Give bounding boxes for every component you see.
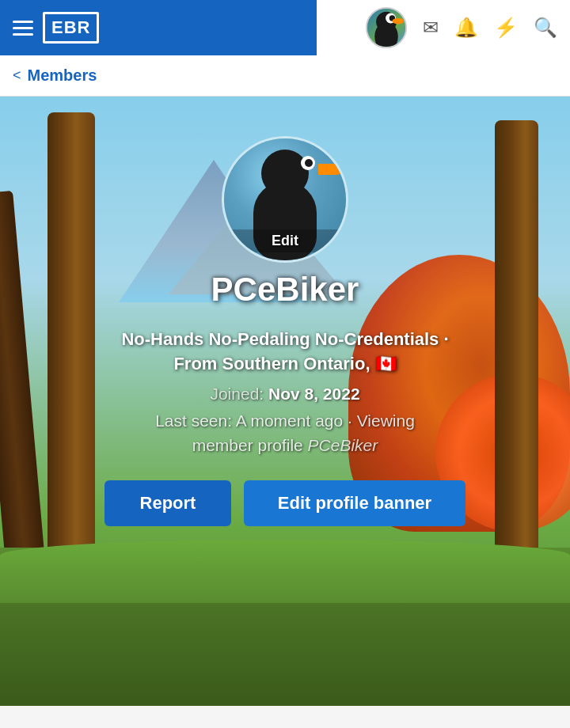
search-icon[interactable]: 🔍 (534, 17, 557, 39)
mail-icon[interactable]: ✉ (423, 17, 439, 39)
profile-username: PCeBiker (211, 271, 359, 309)
profile-banner: Edit PCeBiker No-Hands No-Pedaling No-Cr… (0, 97, 570, 706)
last-seen-label: Last seen: (155, 411, 232, 430)
profile-action-buttons: Report Edit profile banner (104, 480, 466, 526)
breadcrumb-label[interactable]: Members (28, 66, 97, 85)
profile-joined: Joined: Nov 8, 2022 (121, 385, 448, 404)
report-button[interactable]: Report (104, 480, 231, 526)
user-avatar-nav[interactable] (366, 7, 407, 48)
duck-beak (318, 164, 342, 175)
nav-left-section: EBR (13, 12, 99, 44)
ebr-logo[interactable]: EBR (43, 12, 99, 44)
joined-label: Joined: (210, 385, 264, 403)
duck-eye (301, 156, 315, 170)
hamburger-menu-icon[interactable] (13, 21, 33, 36)
tagline-text: No-Hands No-Pedaling No-Credentials · (121, 329, 448, 349)
nav-right-section: ✉ 🔔 ⚡ 🔍 (317, 0, 570, 55)
last-seen-detail: member profile (192, 436, 303, 454)
location-text: From Southern Ontario, 🇨🇦 (173, 354, 396, 373)
top-navigation: EBR ✉ 🔔 ⚡ 🔍 (0, 0, 570, 55)
duck-pupil (305, 159, 313, 167)
profile-info-section: No-Hands No-Pedaling No-Credentials · Fr… (89, 328, 480, 458)
duck-head (261, 150, 309, 197)
breadcrumb: < Members (0, 55, 570, 97)
profile-last-seen: Last seen: A moment ago · Viewing member… (121, 408, 448, 458)
svg-point-4 (392, 18, 404, 24)
bolt-icon[interactable]: ⚡ (494, 17, 518, 39)
profile-tagline: No-Hands No-Pedaling No-Credentials · Fr… (121, 328, 448, 377)
profile-content: Edit PCeBiker No-Hands No-Pedaling No-Cr… (0, 97, 570, 706)
profile-avatar[interactable]: Edit (222, 136, 348, 263)
last-seen-value: A moment ago · Viewing (236, 411, 415, 430)
back-arrow-icon[interactable]: < (13, 67, 21, 84)
avatar-edit-label[interactable]: Edit (224, 229, 346, 252)
avatar-duck-image (367, 9, 405, 47)
last-seen-name: PCeBiker (308, 436, 378, 454)
joined-date: Nov 8, 2022 (268, 385, 360, 403)
edit-profile-banner-button[interactable]: Edit profile banner (244, 480, 466, 526)
bell-icon[interactable]: 🔔 (454, 17, 478, 39)
